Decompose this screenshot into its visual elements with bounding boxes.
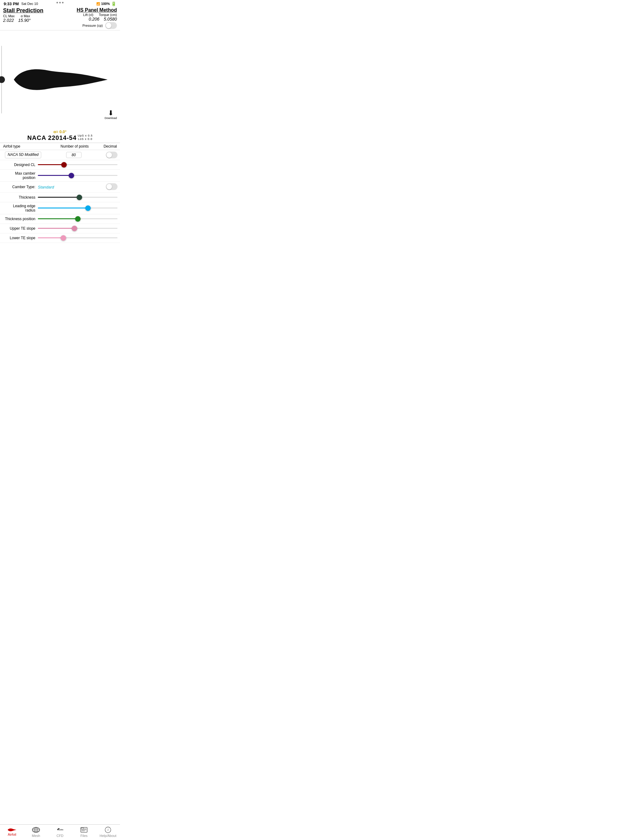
a-max-label: α Max bbox=[21, 14, 30, 18]
leading-edge-row: Leading edge radius bbox=[0, 202, 120, 214]
designed-cl-row: Designed CL bbox=[0, 160, 120, 170]
max-camber-slider[interactable] bbox=[38, 172, 117, 178]
top-dots bbox=[57, 2, 64, 3]
thickness-position-slider[interactable] bbox=[38, 216, 117, 222]
camber-type-label: Camber Type: bbox=[2, 185, 38, 189]
controls-header: Airfoil type Number of points Decimal bbox=[0, 143, 120, 150]
cl-max-val: 2.022 bbox=[3, 18, 14, 23]
naca-label: NACA 22014-54 UpS x 0.5 LoS x 0.0 bbox=[0, 134, 120, 141]
stall-prediction-section: Stall Prediction CL Max α Max 2.022 15.9… bbox=[3, 7, 43, 29]
lower-te-slope-row: Lower TE slope bbox=[0, 234, 120, 243]
airfoil-path bbox=[14, 69, 108, 90]
airfoil-type-row: NACA 5D Modified 80 bbox=[0, 150, 120, 160]
a-max-val: 15.90° bbox=[18, 18, 31, 23]
lower-te-slope-label: Lower TE slope bbox=[2, 236, 38, 240]
npoints-header: Number of points bbox=[51, 144, 98, 148]
alpha-label: α= 0.0° bbox=[0, 129, 120, 134]
wifi-icon: 📶 bbox=[96, 2, 100, 6]
lower-te-slope-slider[interactable] bbox=[38, 235, 117, 241]
cl-max-label: CL Max bbox=[3, 14, 15, 18]
leading-edge-slider[interactable] bbox=[38, 205, 117, 211]
torque-label: Torque (cm) bbox=[99, 13, 117, 17]
download-button[interactable]: ⬇ Download bbox=[104, 110, 117, 120]
thickness-label: Thickness bbox=[2, 195, 38, 199]
airfoil-type-val[interactable]: NACA 5D Modified bbox=[5, 152, 41, 158]
airfoil-shape bbox=[8, 61, 112, 98]
torque-val: 5.0580 bbox=[104, 17, 117, 22]
download-icon: ⬇ bbox=[108, 110, 114, 117]
decimal-header: Decimal bbox=[98, 144, 117, 148]
thickness-slider[interactable] bbox=[38, 194, 117, 201]
stall-title: Stall Prediction bbox=[3, 7, 43, 14]
stall-values: 2.022 15.90° bbox=[3, 18, 43, 23]
battery-percent: 100% bbox=[101, 2, 110, 6]
pressure-toggle[interactable] bbox=[105, 22, 117, 29]
controls-section: Airfoil type Number of points Decimal NA… bbox=[0, 143, 120, 243]
max-camber-row: Max camber position bbox=[0, 170, 120, 182]
decimal-toggle[interactable] bbox=[106, 152, 117, 158]
designed-cl-label: Designed CL bbox=[2, 163, 38, 167]
max-camber-label: Max camber position bbox=[2, 171, 38, 180]
designed-cl-slider[interactable] bbox=[38, 162, 117, 168]
status-time: 9:33 PM bbox=[4, 2, 19, 6]
decimal-toggle-container bbox=[99, 152, 117, 158]
hs-panel-section: HS Panel Method Lift (cl) Torque (cm) 0.… bbox=[77, 7, 117, 29]
main-header: Stall Prediction CL Max α Max 2.022 15.9… bbox=[0, 7, 120, 30]
battery-icon: 🔋 bbox=[111, 1, 116, 6]
status-bar: 9:33 PM Sat Dec 10 📶 100% 🔋 bbox=[0, 0, 120, 7]
thickness-position-label: Thickness position bbox=[2, 217, 38, 221]
camber-type-toggle[interactable] bbox=[106, 183, 117, 190]
leading-edge-label: Leading edge radius bbox=[2, 204, 38, 212]
foil-labels: α= 0.0° NACA 22014-54 UpS x 0.5 LoS x 0.… bbox=[0, 129, 120, 143]
thickness-row: Thickness bbox=[0, 193, 120, 202]
status-date: Sat Dec 10 bbox=[21, 2, 38, 6]
pressure-label: Pressure (cp) bbox=[82, 24, 103, 27]
upper-te-slope-row: Upper TE slope bbox=[0, 224, 120, 234]
naca-sup: UpS x 0.5 LoS x 0.0 bbox=[78, 134, 93, 141]
download-label: Download bbox=[104, 117, 117, 120]
lift-label: Lift (cl) bbox=[83, 13, 93, 17]
npoints-val[interactable]: 80 bbox=[66, 152, 82, 158]
upper-te-slope-label: Upper TE slope bbox=[2, 226, 38, 231]
airfoil-type-header: Airfoil type bbox=[3, 144, 51, 148]
status-icons: 📶 100% 🔋 bbox=[96, 1, 116, 6]
thickness-position-row: Thickness position bbox=[0, 214, 120, 224]
npoints-val-container: 80 bbox=[51, 152, 97, 158]
stall-labels: CL Max α Max bbox=[3, 14, 43, 18]
airfoil-view: ⬇ Download bbox=[0, 30, 120, 129]
angle-slider[interactable] bbox=[1, 30, 2, 129]
lift-val: 0.206 bbox=[89, 17, 99, 22]
camber-type-row: Camber Type: Standard bbox=[0, 182, 120, 193]
airfoil-type-val-container: NACA 5D Modified bbox=[2, 151, 48, 159]
camber-type-val: Standard bbox=[38, 185, 106, 189]
upper-te-slope-slider[interactable] bbox=[38, 225, 117, 232]
hs-panel-title: HS Panel Method bbox=[77, 7, 117, 13]
naca-text: NACA 22014-54 bbox=[27, 134, 77, 141]
